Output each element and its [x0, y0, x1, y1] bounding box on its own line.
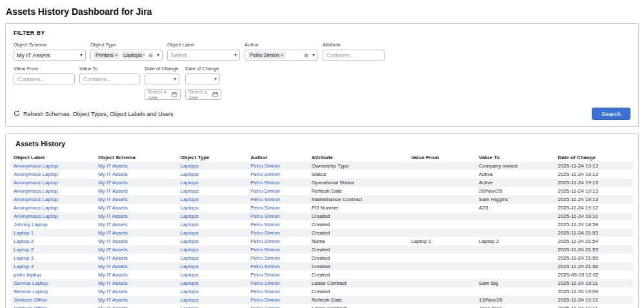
cell-link[interactable]: Anonymous Laptop — [11, 162, 96, 170]
cell-link[interactable]: Laptops — [177, 245, 248, 254]
cell-link[interactable]: Laptops — [177, 279, 248, 287]
cell-link[interactable]: Laptops — [177, 212, 248, 220]
field-object-schema: Object Schema My IT Assets ▾ — [14, 42, 86, 61]
refresh-link[interactable]: Refresh Schemas, Object Types, Object La… — [14, 110, 173, 118]
cell-link[interactable]: Laptop 4 — [11, 262, 96, 271]
remove-chip-icon[interactable]: × — [143, 52, 145, 58]
cell-text — [408, 220, 476, 229]
remove-chip-icon[interactable]: × — [281, 52, 284, 58]
field-author: Author Petru Simion × ⊗ ▾ — [245, 42, 318, 61]
chip-printers[interactable]: Printers × — [94, 52, 119, 59]
cell-link[interactable]: Laptops — [177, 170, 248, 178]
cell-link[interactable]: Petru Simion — [248, 162, 308, 170]
cell-link[interactable]: Anonymous Laptop — [11, 195, 96, 204]
cell-link[interactable]: My IT Assets — [96, 304, 177, 308]
clear-all-icon[interactable]: ⊗ — [303, 52, 308, 59]
cell-link[interactable]: My IT Assets — [96, 287, 177, 296]
cell-link[interactable]: My IT Assets — [96, 220, 177, 229]
cell-link[interactable]: My IT Assets — [96, 204, 177, 212]
cell-link[interactable]: Laptops — [177, 237, 248, 245]
cell-link[interactable]: My IT Assets — [96, 195, 177, 204]
cell-link[interactable]: Simtech Office — [11, 304, 96, 308]
cell-link[interactable]: Laptops — [177, 229, 248, 237]
cell-link[interactable]: Laptops — [177, 262, 248, 271]
date-picker-2[interactable]: Select a date — [185, 89, 221, 100]
value-from-input[interactable] — [14, 73, 75, 84]
cell-link[interactable]: My IT Assets — [96, 262, 177, 271]
cell-link[interactable]: Petru Simion — [248, 204, 308, 212]
cell-link[interactable]: Petru Simion — [248, 212, 308, 220]
cell-link[interactable]: Petru Simion — [248, 254, 308, 262]
date-comparator-1-select[interactable]: ▾ — [145, 73, 179, 84]
cell-link[interactable]: Laptops — [177, 220, 248, 229]
date-picker-1[interactable]: Select a date — [145, 89, 181, 100]
cell-link[interactable]: Laptops — [177, 195, 248, 204]
cell-link[interactable]: Petru Simion — [248, 279, 308, 287]
cell-link[interactable]: Petru Simion — [248, 287, 308, 296]
cell-link[interactable]: Petru Simion — [248, 237, 308, 245]
cell-link[interactable]: Laptops — [177, 287, 248, 296]
chip-petru-simion[interactable]: Petru Simion × — [248, 52, 285, 59]
cell-link[interactable]: My IT Assets — [96, 162, 177, 170]
cell-link[interactable]: Laptop 1 — [11, 229, 96, 237]
cell-link[interactable]: My IT Assets — [96, 229, 177, 237]
cell-link[interactable]: Laptops — [177, 304, 248, 308]
cell-link[interactable]: Laptop 3 — [11, 254, 96, 262]
cell-link[interactable]: Petru Simion — [248, 296, 308, 304]
chip-laptops[interactable]: Laptops × — [121, 52, 145, 59]
cell-link[interactable]: Anonymous Laptop — [11, 204, 96, 212]
cell-link[interactable]: Petru Simion — [248, 187, 308, 195]
value-to-input[interactable] — [79, 73, 140, 84]
cell-link[interactable]: Petru Simion — [248, 245, 308, 254]
cell-link[interactable]: Laptops — [177, 162, 248, 170]
author-multiselect[interactable]: Petru Simion × ⊗ ▾ — [245, 50, 318, 61]
cell-link[interactable]: Petru Simion — [248, 271, 308, 279]
cell-text: 2025-11-24 21:55 — [555, 254, 633, 262]
cell-link[interactable]: Laptops — [177, 187, 248, 195]
cell-link[interactable]: Anonymous Laptop — [11, 187, 96, 195]
cell-link[interactable]: Laptops — [177, 271, 248, 279]
cell-link[interactable]: My IT Assets — [96, 178, 177, 187]
cell-link[interactable]: petru laptop — [11, 271, 96, 279]
cell-link[interactable]: Laptop 2 — [11, 245, 96, 254]
cell-text — [408, 178, 476, 187]
cell-link[interactable]: My IT Assets — [96, 254, 177, 262]
cell-link[interactable]: Laptops — [177, 254, 248, 262]
cell-link[interactable]: Petru Simion — [248, 170, 308, 178]
cell-link[interactable]: Laptops — [177, 296, 248, 304]
cell-link[interactable]: Laptops — [177, 178, 248, 187]
object-schema-select[interactable]: My IT Assets ▾ — [14, 50, 86, 61]
cell-link[interactable]: Laptop 2 — [11, 237, 96, 245]
cell-link[interactable]: Anonymous Laptop — [11, 170, 96, 178]
cell-link[interactable]: Anonymous Laptop — [11, 212, 96, 220]
cell-link[interactable]: Service Laptop — [11, 287, 96, 296]
cell-link[interactable]: Service Laptop — [11, 279, 96, 287]
cell-link[interactable]: Simtech Office — [11, 296, 96, 304]
attribute-input[interactable] — [323, 50, 385, 61]
cell-link[interactable]: My IT Assets — [96, 212, 177, 220]
cell-link[interactable]: My IT Assets — [96, 187, 177, 195]
search-button[interactable]: Search — [592, 108, 630, 120]
date-comparator-2-select[interactable]: ▾ — [185, 73, 220, 84]
cell-link[interactable]: My IT Assets — [96, 296, 177, 304]
cell-link[interactable]: My IT Assets — [96, 279, 177, 287]
cell-link[interactable]: My IT Assets — [96, 271, 177, 279]
cell-link[interactable]: Petru Simion — [248, 178, 308, 187]
cell-link[interactable]: My IT Assets — [96, 170, 177, 178]
object-type-multiselect[interactable]: Printers × Laptops × ⊗ ▾ — [90, 50, 163, 61]
object-label-select[interactable]: Select... ▾ — [167, 50, 240, 61]
cell-link[interactable]: Petru Simion — [248, 220, 308, 229]
cell-link[interactable]: Laptops — [177, 204, 248, 212]
cell-link[interactable]: Petru Simion — [248, 229, 308, 237]
cell-text: 2025-11-24 19:13 — [555, 178, 633, 187]
table-row: Laptop 3My IT AssetsLaptopsPetru SimionC… — [11, 254, 633, 262]
cell-link[interactable]: Petru Simion — [248, 304, 308, 308]
cell-link[interactable]: Petru Simion — [248, 262, 308, 271]
cell-link[interactable]: Petru Simion — [248, 195, 308, 204]
cell-link[interactable]: My IT Assets — [96, 237, 177, 245]
cell-link[interactable]: Johnny Laptop — [11, 220, 96, 229]
cell-link[interactable]: My IT Assets — [96, 245, 177, 254]
cell-link[interactable]: Anonymous Laptop — [11, 178, 96, 187]
remove-chip-icon[interactable]: × — [115, 52, 118, 58]
clear-all-icon[interactable]: ⊗ — [148, 52, 153, 59]
